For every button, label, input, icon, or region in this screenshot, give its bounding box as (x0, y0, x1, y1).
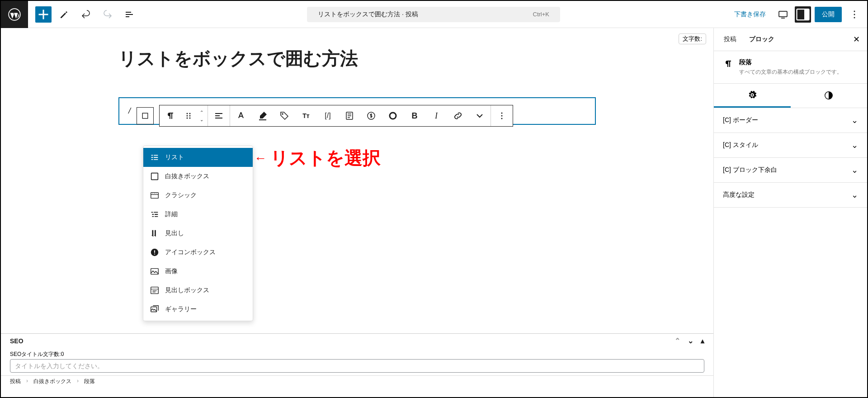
svg-rect-24 (154, 250, 155, 253)
svg-point-20 (501, 118, 503, 119)
wordpress-logo-icon[interactable] (1, 1, 28, 28)
block-info: 段落 すべての文章の基本の構成ブロックです。 (714, 51, 867, 84)
publish-button[interactable]: 公開 (815, 7, 842, 22)
svg-point-12 (187, 118, 188, 119)
align-icon[interactable] (208, 105, 230, 127)
options-menu-icon[interactable] (845, 5, 863, 24)
font-size-icon[interactable]: Tт (295, 105, 317, 127)
svg-rect-3 (804, 9, 809, 20)
seo-count-label: SEOタイトル文字数:0 (10, 351, 704, 358)
add-block-button[interactable] (35, 6, 52, 23)
save-draft-button[interactable]: 下書き保存 (729, 7, 771, 22)
seo-collapse-icon[interactable]: ▴ (701, 336, 704, 345)
dropdown-item-box[interactable]: 白抜きボックス (143, 167, 253, 186)
svg-rect-27 (151, 287, 159, 294)
document-title-button[interactable]: リストをボックスで囲む方法 · 投稿 Ctrl+K (307, 7, 560, 22)
dropdown-item-heading[interactable]: 見出し (143, 224, 253, 243)
panel-advanced[interactable]: 高度な設定⌄ (714, 183, 867, 208)
svg-point-11 (189, 115, 191, 117)
tab-post[interactable]: 投稿 (717, 28, 743, 51)
svg-rect-21 (151, 173, 158, 180)
svg-rect-25 (154, 254, 155, 255)
editor-canvas: 文字数: リストをボックスで囲む方法 ⌃ ⌄ (1, 28, 713, 397)
dropdown-item-classic[interactable]: クラシック (143, 186, 253, 205)
dropdown-item-iconbox[interactable]: アイコンボックス (143, 243, 253, 262)
highlight-icon[interactable] (252, 105, 274, 127)
edit-mode-icon[interactable] (55, 5, 73, 24)
undo-icon[interactable] (77, 5, 95, 24)
svg-point-13 (189, 118, 191, 119)
svg-point-19 (501, 115, 503, 117)
svg-rect-26 (151, 269, 159, 275)
svg-point-9 (189, 113, 191, 114)
move-block-buttons[interactable]: ⌃ ⌄ (196, 105, 208, 127)
block-select-handle-icon[interactable] (137, 107, 154, 124)
paragraph-icon (723, 58, 734, 69)
subtab-settings-icon[interactable] (714, 84, 791, 108)
svg-point-6 (854, 17, 855, 18)
arrow-left-icon: ← (254, 151, 267, 166)
post-title[interactable]: リストをボックスで囲む方法 (118, 46, 596, 71)
svg-rect-7 (142, 113, 148, 118)
drag-handle-icon[interactable] (181, 105, 196, 127)
chevron-down-icon: ⌄ (851, 190, 858, 200)
paragraph-block-icon[interactable] (160, 105, 181, 127)
svg-point-10 (187, 115, 188, 117)
svg-point-8 (187, 113, 188, 114)
block-description: すべての文章の基本の構成ブロックです。 (739, 68, 842, 76)
dropdown-item-gallery[interactable]: ギャラリー (143, 300, 253, 319)
block-name: 段落 (739, 58, 842, 66)
panel-border[interactable]: [C] ボーダー⌄ (714, 108, 867, 133)
breadcrumb-item[interactable]: 白抜きボックス (33, 378, 71, 385)
text-color-icon[interactable] (230, 105, 252, 127)
breadcrumb-item[interactable]: 投稿 (10, 378, 21, 385)
preview-icon[interactable] (775, 6, 791, 23)
notes-icon[interactable] (339, 105, 360, 127)
dropdown-item-list[interactable]: リスト (143, 148, 253, 167)
more-formatting-icon[interactable] (469, 105, 491, 127)
block-breadcrumb: 投稿› 白抜きボックス› 段落 (1, 375, 713, 387)
settings-sidebar: 投稿 ブロック ✕ 段落 すべての文章の基本の構成ブロックです。 [C] ボーダ… (713, 28, 867, 397)
close-sidebar-icon[interactable]: ✕ (849, 32, 863, 47)
seo-up-icon[interactable]: ⌃ (675, 336, 680, 345)
breadcrumb-item[interactable]: 段落 (84, 378, 95, 385)
panel-style[interactable]: [C] スタイル⌄ (714, 133, 867, 158)
move-up-icon[interactable]: ⌃ (197, 109, 206, 116)
move-down-icon[interactable]: ⌄ (197, 116, 206, 123)
chevron-down-icon: ⌄ (851, 115, 858, 125)
document-outline-icon[interactable] (120, 5, 138, 24)
circle-icon[interactable] (382, 105, 404, 127)
block-options-icon[interactable] (491, 105, 513, 127)
svg-point-18 (501, 113, 503, 114)
annotation-overlay: ← リストを選択 (254, 146, 381, 171)
chevron-down-icon: ⌄ (851, 165, 858, 175)
seo-down-icon[interactable]: ⌄ (688, 336, 693, 345)
slash-command-icon[interactable]: [/] (317, 105, 339, 127)
svg-point-4 (854, 10, 855, 12)
redo-icon (99, 5, 117, 24)
svg-point-14 (282, 114, 283, 114)
settings-sidebar-icon[interactable] (795, 6, 811, 23)
top-toolbar: リストをボックスで囲む方法 · 投稿 Ctrl+K 下書き保存 公開 (1, 1, 867, 28)
svg-point-5 (854, 14, 855, 15)
seo-panel: SEO ⌃ ⌄ ▴ SEOタイトル文字数:0 (1, 333, 713, 375)
svg-point-0 (9, 9, 20, 20)
currency-icon[interactable] (360, 105, 382, 127)
shortcut-hint: Ctrl+K (533, 11, 549, 18)
dropdown-item-headingbox[interactable]: 見出しボックス (143, 281, 253, 300)
block-toolbar: ⌃ ⌄ Tт [/] (137, 105, 513, 127)
seo-title-input[interactable] (10, 359, 704, 373)
link-icon[interactable] (447, 105, 469, 127)
dropdown-item-image[interactable]: 画像 (143, 262, 253, 281)
italic-icon[interactable]: I (425, 105, 447, 127)
document-title-text: リストをボックスで囲む方法 · 投稿 (318, 10, 418, 19)
panel-margin[interactable]: [C] ブロック下余白⌄ (714, 158, 867, 183)
block-inserter-dropdown: リスト 白抜きボックス クラシック 詳細 見出し アイコンボックス 画像 見出し… (143, 146, 253, 321)
tag-icon[interactable] (274, 105, 295, 127)
bold-icon[interactable]: B (404, 105, 425, 127)
tab-block[interactable]: ブロック (743, 28, 781, 51)
chevron-down-icon: ⌄ (851, 140, 858, 150)
svg-rect-1 (779, 11, 787, 17)
subtab-styles-icon[interactable] (791, 84, 868, 108)
dropdown-item-details[interactable]: 詳細 (143, 205, 253, 224)
